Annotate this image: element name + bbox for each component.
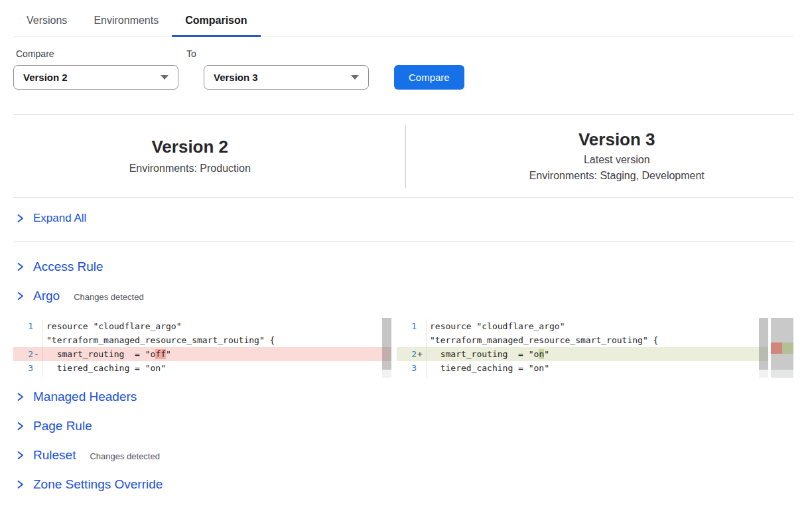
scrollbar-corner: [759, 370, 768, 378]
tab-bar: Versions Environments Comparison: [13, 9, 793, 37]
chevron-right-icon: [16, 392, 25, 402]
section-argo[interactable]: Argo Changes detected: [13, 289, 793, 303]
diff-overview-ruler-track: [771, 318, 793, 370]
section-title: Page Rule: [33, 419, 92, 433]
changes-detected-badge: Changes detected: [74, 292, 144, 302]
chevron-right-icon: [16, 291, 25, 301]
chevron-right-icon: [16, 213, 25, 224]
expand-all-button[interactable]: Expand All: [13, 198, 793, 242]
section-managed-headers[interactable]: Managed Headers: [13, 390, 793, 404]
diff-line: 1resource "cloudflare_argo": [397, 319, 768, 333]
compare-from-select[interactable]: Version 2: [13, 65, 178, 90]
diff-line: 4}: [13, 375, 391, 378]
version-left-environments: Environments: Production: [13, 163, 367, 175]
added-marker: [782, 342, 793, 354]
section-zone-settings-override[interactable]: Zone Settings Override: [13, 477, 793, 492]
diff-change-marker: [771, 342, 793, 354]
compare-form-labels: Compare To: [13, 48, 793, 59]
version-left-column: Version 2 Environments: Production: [13, 137, 405, 175]
section-title: Access Rule: [33, 260, 103, 274]
section-ruleset[interactable]: Ruleset Changes detected: [13, 448, 793, 463]
tab-environments[interactable]: Environments: [80, 9, 172, 37]
section-title: Managed Headers: [33, 390, 137, 404]
version-right-title: Version 3: [440, 130, 794, 150]
diff-line: 4}: [397, 375, 768, 378]
to-label: To: [186, 48, 196, 59]
compare-label: Compare: [13, 48, 186, 59]
changes-detected-badge: Changes detected: [90, 451, 160, 461]
left-panel-scrollbar[interactable]: [382, 318, 391, 370]
caret-down-icon: [351, 75, 359, 80]
section-page-rule[interactable]: Page Rule: [13, 419, 793, 433]
tab-comparison[interactable]: Comparison: [172, 9, 260, 37]
compare-from-value: Version 2: [23, 72, 68, 83]
removed-marker: [771, 342, 782, 354]
section-title: Zone Settings Override: [33, 477, 163, 492]
diff-line: 3 tiered_caching = "on": [13, 361, 391, 375]
compare-form: Compare To Version 2 Version 3 Compare: [13, 48, 793, 90]
comparison-page: Versions Environments Comparison Compare…: [0, 9, 812, 492]
chevron-right-icon: [16, 421, 25, 431]
caret-down-icon: [161, 75, 169, 80]
chevron-right-icon: [16, 262, 25, 272]
version-left-title: Version 2: [13, 137, 367, 157]
version-right-latest: Latest version: [440, 154, 794, 166]
section-title: Argo: [33, 289, 60, 303]
compare-button[interactable]: Compare: [394, 65, 464, 90]
section-title: Ruleset: [33, 448, 76, 463]
diff-overview-ruler: [771, 318, 793, 378]
chevron-right-icon: [16, 450, 25, 461]
section-access-rule[interactable]: Access Rule: [13, 260, 793, 274]
compare-form-controls: Version 2 Version 3 Compare: [13, 65, 793, 90]
diff-line: 1resource "cloudflare_argo": [13, 319, 391, 333]
diff-line: 2+ smart_routing = "on": [397, 347, 768, 361]
diff-panel-right[interactable]: 1resource "cloudflare_argo""terraform_ma…: [397, 318, 768, 378]
compare-to-select[interactable]: Version 3: [204, 65, 369, 90]
diff-overview-ruler-footer: [771, 370, 793, 378]
diff-line: 2- smart_routing = "off": [13, 347, 391, 361]
diff-left-code: 1resource "cloudflare_argo""terraform_ma…: [13, 319, 391, 378]
expand-all-label: Expand All: [33, 212, 86, 225]
diff-line: 3 tiered_caching = "on": [397, 361, 768, 375]
diff-right-code: 1resource "cloudflare_argo""terraform_ma…: [397, 319, 768, 378]
tab-versions[interactable]: Versions: [13, 9, 80, 37]
compare-to-value: Version 3: [214, 72, 258, 83]
version-header: Version 2 Environments: Production Versi…: [13, 114, 793, 198]
diff-panel-left[interactable]: 1resource "cloudflare_argo""terraform_ma…: [13, 318, 391, 378]
diff-line: "terraform_managed_resource_smart_routin…: [397, 333, 768, 347]
argo-diff: 1resource "cloudflare_argo""terraform_ma…: [13, 318, 793, 378]
version-right-column: Version 3 Latest version Environments: S…: [406, 130, 794, 183]
version-right-environments: Environments: Staging, Development: [440, 170, 794, 182]
chevron-right-icon: [16, 479, 25, 490]
diff-line: "terraform_managed_resource_smart_routin…: [13, 333, 391, 347]
scrollbar-corner: [382, 370, 391, 378]
right-panel-scrollbar[interactable]: [759, 318, 768, 370]
